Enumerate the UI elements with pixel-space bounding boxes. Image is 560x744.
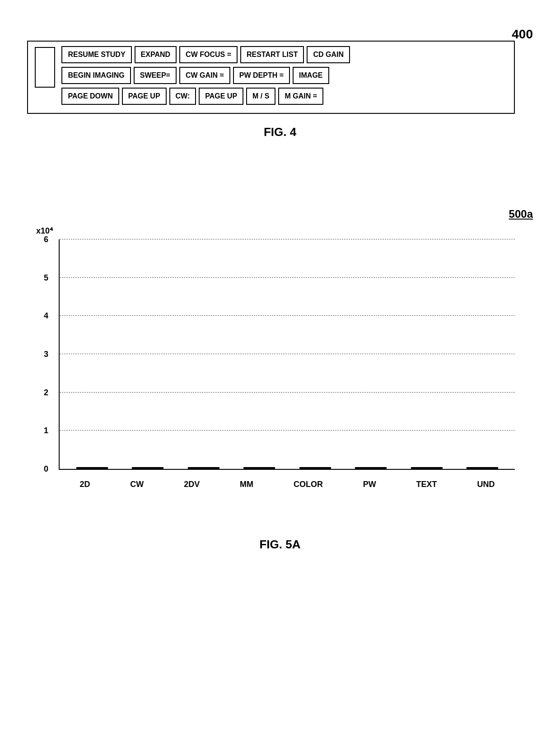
y-tick-4: 4: [44, 311, 48, 321]
y-tick-1: 1: [44, 426, 48, 435]
expand-button[interactable]: EXPAND: [135, 46, 177, 63]
y-tick-6: 6: [44, 235, 48, 244]
bar-pw: [355, 467, 387, 469]
x-label-pw: PW: [363, 480, 376, 489]
image-button[interactable]: IMAGE: [293, 67, 329, 84]
bar-group-2dv: [176, 467, 232, 469]
bar-cw: [132, 467, 163, 469]
sweep-button[interactable]: SWEEP=: [134, 67, 177, 84]
cw-focus-button[interactable]: CW FOCUS =: [179, 46, 238, 63]
left-panel-box: [35, 47, 55, 88]
bar-group-text: [399, 467, 455, 469]
pw-depth-button[interactable]: PW DEPTH =: [233, 67, 290, 84]
button-row-1: RESUME STUDY EXPAND CW FOCUS = RESTART L…: [61, 46, 502, 63]
page-up-button-1[interactable]: PAGE UP: [122, 88, 167, 105]
y-tick-2: 2: [44, 388, 48, 397]
cw-gain-button[interactable]: CW GAIN =: [179, 67, 230, 84]
y-tick-0: 0: [44, 464, 48, 474]
x-label-color: COLOR: [294, 480, 323, 489]
x-label-2d: 2D: [79, 480, 90, 489]
chart-inner: 0 1 2 3 4 5 6: [59, 239, 515, 470]
x-axis-labels: 2D CW 2DV MM COLOR PW TEXT UND: [60, 480, 515, 489]
page-down-button[interactable]: PAGE DOWN: [61, 88, 119, 105]
y-tick-3: 3: [44, 350, 48, 359]
fig4-number: 400: [512, 27, 533, 42]
cd-gain-button[interactable]: CD GAIN: [307, 46, 350, 63]
bar-group-pw: [343, 467, 399, 469]
x-label-text: TEXT: [416, 480, 437, 489]
button-grid-wrapper: RESUME STUDY EXPAND CW FOCUS = RESTART L…: [27, 41, 515, 114]
y-tick-5: 5: [44, 273, 48, 282]
page-up-button-2[interactable]: PAGE UP: [199, 88, 243, 105]
begin-imaging-button[interactable]: BEGIN IMAGING: [61, 67, 131, 84]
ms-button[interactable]: M / S: [246, 88, 275, 105]
button-row-3: PAGE DOWN PAGE UP CW: PAGE UP M / S M GA…: [61, 88, 502, 105]
x-label-cw: CW: [130, 480, 144, 489]
chart-area: x10⁴ 0 1 2 3 4 5 6: [27, 221, 533, 501]
bar-und: [467, 467, 498, 469]
bar-text: [411, 467, 443, 469]
bar-group-color: [287, 467, 343, 469]
x-label-und: UND: [477, 480, 495, 489]
fig5a-number: 500a: [509, 208, 533, 220]
bar-group-cw: [120, 467, 176, 469]
fig5a-caption: FIG. 5A: [27, 538, 533, 552]
fig4-section: 400 RESUME STUDY EXPAND CW FOCUS = RESTA…: [27, 27, 533, 139]
fig4-caption: FIG. 4: [27, 125, 533, 139]
x-label-mm: MM: [240, 480, 253, 489]
restart-list-button[interactable]: RESTART LIST: [240, 46, 304, 63]
bar-mm: [243, 467, 275, 469]
bars-container: [60, 239, 515, 469]
x-label-2dv: 2DV: [184, 480, 200, 489]
resume-study-button[interactable]: RESUME STUDY: [61, 46, 131, 63]
button-row-2: BEGIN IMAGING SWEEP= CW GAIN = PW DEPTH …: [61, 67, 502, 84]
cw-button[interactable]: CW:: [169, 88, 196, 105]
bar-group-und: [455, 467, 511, 469]
fig5a-section: 500a x10⁴ 0 1 2 3 4 5 6: [27, 208, 533, 552]
bar-2dv: [188, 467, 219, 469]
button-rows: RESUME STUDY EXPAND CW FOCUS = RESTART L…: [61, 46, 502, 108]
m-gain-button[interactable]: M GAIN =: [278, 88, 323, 105]
bar-group-2d: [64, 467, 120, 469]
bar-group-mm: [232, 467, 288, 469]
bar-color: [299, 467, 331, 469]
bar-2d: [76, 467, 108, 469]
